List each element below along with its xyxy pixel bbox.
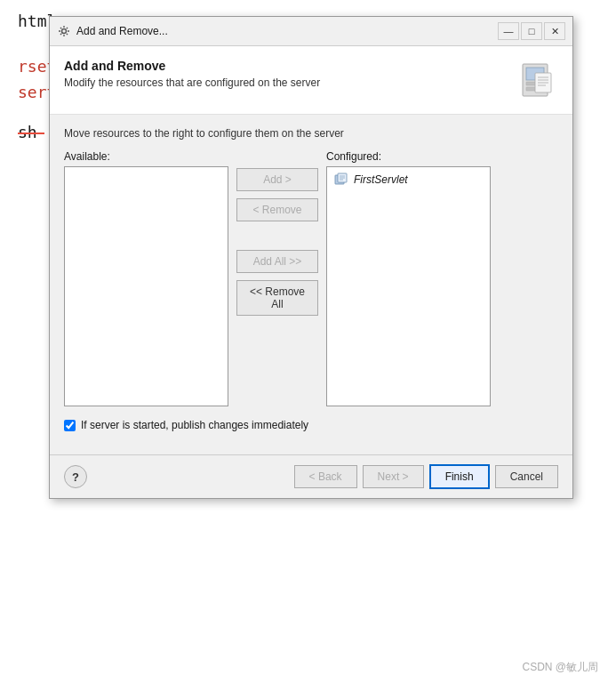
lists-section: Available: Add > < Remove Add All >> << …	[64, 150, 558, 406]
dialog-title-icon	[57, 24, 71, 38]
available-label: Available:	[64, 150, 228, 163]
finish-button[interactable]: Finish	[429, 464, 490, 489]
dialog-overlay: Add and Remove... — □ ✕ Add and Remove M…	[0, 0, 616, 691]
dialog-header-subtitle: Modify the resources that are configured…	[64, 76, 320, 89]
svg-point-0	[62, 29, 67, 34]
next-button[interactable]: Next >	[363, 465, 424, 488]
servlet-icon	[334, 173, 348, 187]
instruction-text: Move resources to the right to configure…	[64, 127, 558, 140]
configured-item: FirstServlet	[331, 171, 486, 189]
remove-all-button[interactable]: << Remove All	[236, 280, 318, 316]
server-icon	[516, 59, 558, 101]
available-list-column: Available:	[64, 150, 228, 406]
publish-checkbox[interactable]	[64, 420, 76, 431]
dialog-header-text: Add and Remove Modify the resources that…	[64, 59, 320, 89]
configured-list-column: Configured:	[326, 150, 491, 406]
dialog: Add and Remove... — □ ✕ Add and Remove M…	[49, 16, 573, 499]
checkbox-row: If server is started, publish changes im…	[64, 419, 558, 431]
title-bar-left: Add and Remove...	[57, 24, 168, 38]
footer-right: < Back Next > Finish Cancel	[294, 464, 558, 489]
title-bar: Add and Remove... — □ ✕	[50, 17, 572, 46]
close-button[interactable]: ✕	[544, 22, 565, 40]
back-button[interactable]: < Back	[294, 465, 357, 488]
remove-button[interactable]: < Remove	[236, 198, 318, 221]
dialog-title-text: Add and Remove...	[76, 25, 168, 37]
add-all-button[interactable]: Add All >>	[236, 250, 318, 273]
help-button[interactable]: ?	[64, 465, 87, 488]
footer-left: ?	[64, 465, 87, 488]
action-buttons-column: Add > < Remove Add All >> << Remove All	[228, 168, 326, 316]
dialog-header-title: Add and Remove	[64, 59, 320, 73]
dialog-body: Move resources to the right to configure…	[50, 115, 572, 444]
cancel-button[interactable]: Cancel	[495, 465, 558, 488]
minimize-button[interactable]: —	[498, 22, 519, 40]
title-buttons: — □ ✕	[498, 22, 565, 40]
configured-list[interactable]: FirstServlet	[326, 166, 491, 406]
checkbox-label[interactable]: If server is started, publish changes im…	[81, 419, 308, 431]
maximize-button[interactable]: □	[521, 22, 542, 40]
available-list[interactable]	[64, 166, 228, 406]
add-button[interactable]: Add >	[236, 168, 318, 191]
dialog-header: Add and Remove Modify the resources that…	[50, 46, 572, 115]
configured-item-name: FirstServlet	[354, 173, 408, 186]
dialog-footer: ? < Back Next > Finish Cancel	[50, 455, 572, 498]
configured-label: Configured:	[326, 150, 491, 163]
